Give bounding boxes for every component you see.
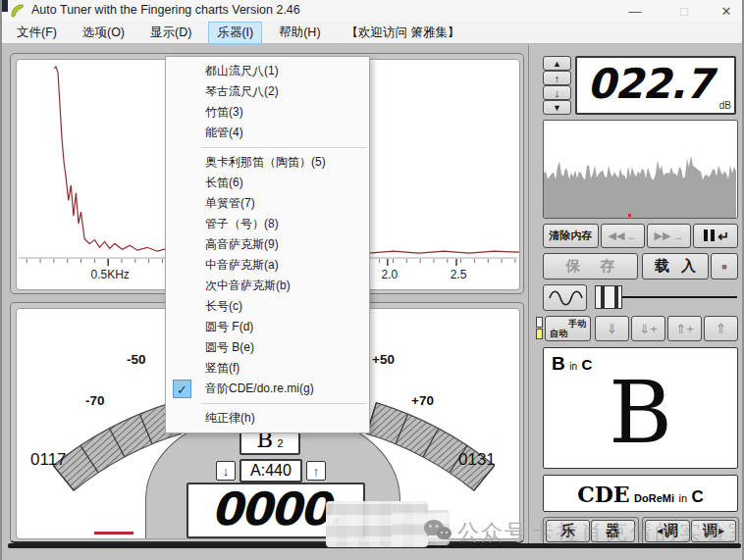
gauge-corner-left: 0117	[30, 450, 67, 470]
level-down-fast-button[interactable]: ▼	[543, 100, 571, 115]
level-down-button[interactable]: ↓	[543, 85, 571, 100]
db-value: 022.7	[587, 60, 713, 108]
waveform-marker	[628, 214, 631, 217]
waveform-mode-button[interactable]	[543, 284, 587, 311]
spectrum-x-label: 2.5	[437, 268, 480, 281]
menu-help[interactable]: 帮助(H)	[270, 22, 329, 44]
reference-pitch-readout: A:440	[239, 459, 302, 483]
watermark-studio: 卡拉肖克倩的实验室	[532, 518, 744, 547]
rewind-button[interactable]: ◀◀ ←	[601, 224, 645, 248]
instrument-menu-item[interactable]: ✓音阶CDE/do.re.mi(g)	[166, 379, 369, 399]
instrument-menu-item-label: 圆号 F(d)	[205, 320, 253, 333]
forward-icon: ▶▶	[655, 229, 671, 242]
auto-tuner-window: Auto Tuner with the Fingering charts Ver…	[0, 0, 744, 560]
menu-options[interactable]: 选项(O)	[74, 22, 133, 44]
instrument-menu-item[interactable]: 能管(4)	[166, 123, 369, 143]
instrument-menu-item-label: 都山流尺八(1)	[205, 64, 279, 77]
db-unit: dB	[719, 100, 731, 111]
instrument-menu-item-label: 竖笛(f)	[205, 361, 239, 375]
pause-icon	[702, 228, 716, 245]
note-octave: 2	[278, 437, 284, 449]
clear-memory-button[interactable]: 清除内存	[543, 224, 599, 248]
save-button[interactable]: 保 存	[543, 253, 638, 280]
note-display-panel: B in C B	[543, 347, 738, 469]
cde-doremi: DoReMi	[634, 492, 674, 504]
instrument-menu-item-label: 单簧管(7)	[205, 196, 255, 210]
instrument-menu-item[interactable]: 琴古流尺八(2)	[166, 81, 369, 102]
step-down-fine-button[interactable]: ⇓+	[631, 316, 665, 341]
maximize-button[interactable]: □	[664, 0, 704, 22]
manual-label: 手动	[568, 319, 586, 329]
instrument-menu-item-label: 纯正律(h)	[205, 411, 255, 425]
waveform-noise	[544, 121, 737, 218]
instrument-menu-item-label: 长笛(6)	[205, 176, 243, 189]
menu-file[interactable]: 文件(F)	[8, 22, 66, 44]
level-up-button[interactable]: ↑	[543, 71, 571, 85]
cde-in: in	[678, 492, 687, 504]
reference-up-button[interactable]: ↑	[306, 461, 326, 481]
spectrum-x-label: 0.5KHz	[88, 268, 132, 281]
manual-auto-toggle[interactable]: 手动 自动	[545, 316, 591, 341]
cde-key: C	[691, 487, 703, 506]
title-bar: Auto Tuner with the Fingering charts Ver…	[2, 0, 744, 23]
check-icon: ✓	[173, 380, 191, 398]
instrument-menu-item[interactable]: 圆号 F(d)	[166, 317, 369, 337]
instrument-menu-item-label: 琴古流尺八(2)	[205, 84, 279, 98]
menu-instrument[interactable]: 乐器(I)	[208, 22, 262, 44]
forward-arrow-icon: →	[672, 230, 683, 242]
pause-button[interactable]: ↵	[693, 224, 738, 248]
instrument-menu-item[interactable]: 管子（号）(8)	[166, 214, 369, 234]
close-button[interactable]: ✕	[707, 0, 744, 22]
step-up-button[interactable]: ⇑	[704, 316, 738, 341]
reference-down-button[interactable]: ↓	[216, 461, 236, 481]
instrument-menu: 都山流尺八(1)琴古流尺八(2)竹笛(3)能管(4)奥卡利那笛（陶笛）(5)长笛…	[165, 56, 370, 433]
rewind-arrow-icon: ←	[626, 230, 637, 242]
app-icon	[10, 3, 26, 19]
level-up-fast-button[interactable]: ▲	[543, 56, 571, 71]
instrument-menu-item[interactable]: 竹笛(3)	[166, 102, 369, 123]
main-value: 0000	[211, 483, 329, 535]
instrument-menu-item-label: 能管(4)	[205, 126, 243, 139]
note-display-big-letter: B	[544, 364, 737, 462]
instrument-menu-item[interactable]: 长笛(6)	[166, 173, 369, 193]
wechat-icon	[422, 518, 453, 543]
instrument-menu-item-label: 次中音萨克斯(b)	[205, 279, 291, 292]
instrument-menu-item[interactable]: 竖笛(f)	[166, 358, 369, 379]
menu-display[interactable]: 显示(D)	[141, 22, 200, 44]
rewind-icon: ◀◀	[609, 229, 625, 242]
instrument-menu-item[interactable]: 高音萨克斯(9)	[166, 234, 369, 255]
minimize-button[interactable]: —	[615, 0, 655, 22]
window-title: Auto Tuner with the Fingering charts Ver…	[31, 3, 300, 17]
menu-separator	[201, 403, 367, 404]
forward-button[interactable]: ▶▶ →	[647, 224, 691, 248]
instrument-menu-item[interactable]: 都山流尺八(1)	[166, 61, 369, 81]
stop-square-button[interactable]: ■	[711, 253, 738, 280]
gauge-label-minus50: -50	[127, 352, 146, 367]
instrument-menu-item[interactable]: 纯正律(h)	[166, 408, 369, 429]
manual-led	[536, 317, 543, 328]
instrument-menu-item[interactable]: 中音萨克斯(a)	[166, 255, 369, 276]
menu-welcome-link[interactable]: 【欢迎访问 箫雅集】	[338, 22, 469, 44]
step-up-fine-button[interactable]: ⇑+	[667, 316, 702, 341]
gauge-red-mark	[94, 532, 133, 535]
instrument-menu-item[interactable]: 单簧管(7)	[166, 193, 369, 214]
gauge-label-plus50: +50	[372, 352, 395, 367]
auto-led	[536, 329, 543, 339]
instrument-menu-item[interactable]: 长号(c)	[166, 296, 369, 317]
instrument-menu-item-label: 中音萨克斯(a)	[205, 258, 279, 272]
instrument-menu-item-label: 高音萨克斯(9)	[205, 237, 279, 251]
step-down-button[interactable]: ⇓	[595, 316, 629, 341]
instrument-menu-item[interactable]: 圆号 B(e)	[166, 337, 369, 358]
instrument-menu-item[interactable]: 奥卡利那笛（陶笛）(5)	[166, 152, 369, 173]
db-readout: 022.7 dB	[575, 56, 736, 115]
instrument-menu-item-label: 管子（号）(8)	[205, 217, 279, 230]
instrument-menu-item-label: 奥卡利那笛（陶笛）(5)	[205, 155, 326, 169]
instrument-menu-item[interactable]: 次中音萨克斯(b)	[166, 276, 369, 296]
position-slider-handle[interactable]	[595, 285, 622, 309]
menu-separator	[201, 147, 367, 148]
vertical-divider	[528, 45, 529, 547]
instrument-menu-item-label: 长号(c)	[205, 299, 242, 313]
waveform-display	[543, 120, 738, 219]
cde-main: CDE	[577, 482, 629, 507]
load-button[interactable]: 载 入	[642, 253, 709, 280]
